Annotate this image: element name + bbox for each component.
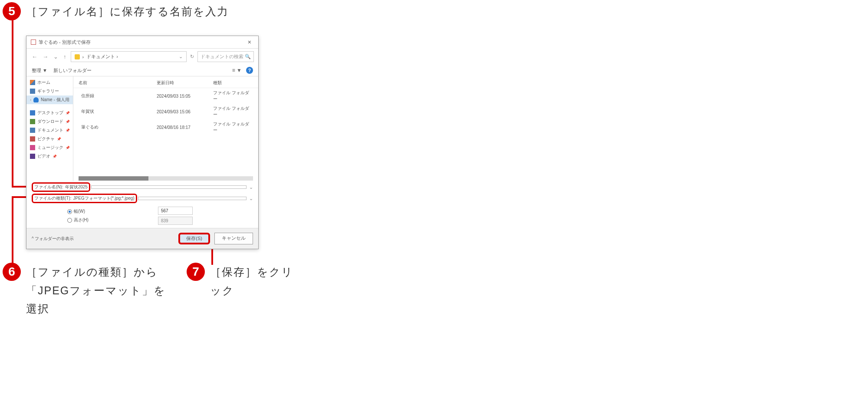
filetype-highlight: ファイルの種類(T): JPEGフォーマット(*.jpg;*.jpeg) <box>32 194 137 203</box>
sidebar-label: ホーム <box>37 79 50 86</box>
path-text: ドキュメント › <box>86 53 118 60</box>
list-item[interactable]: 住所録 2024/09/03 15:05 ファイル フォルダー <box>73 88 258 104</box>
dialog-footer: ^ フォルダーの非表示 保存(S) キャンセル <box>26 228 258 249</box>
path-box[interactable]: › ドキュメント › ⌄ <box>71 51 187 62</box>
documents-icon <box>30 128 35 133</box>
sidebar-item-downloads[interactable]: ダウンロード 📌 <box>26 117 73 126</box>
list-item[interactable]: 筆ぐるめ 2024/08/16 18:17 ファイル フォルダー <box>73 119 258 135</box>
file-type: ファイル フォルダー <box>213 90 253 102</box>
connector-5-vertical <box>12 20 13 187</box>
step-6-badge: 6 <box>3 263 21 281</box>
sidebar-item-gallery[interactable]: ギャラリー <box>26 87 73 96</box>
sidebar-item-desktop[interactable]: デスクトップ 📌 <box>26 109 73 117</box>
desktop-icon <box>30 110 35 115</box>
sidebar-item-pictures[interactable]: ピクチャ 📌 <box>26 135 73 143</box>
download-icon <box>30 119 35 124</box>
folder-icon <box>75 54 80 59</box>
width-input[interactable]: 567 <box>158 207 193 215</box>
pin-icon: 📌 <box>66 129 70 132</box>
cloud-icon <box>33 97 39 102</box>
forward-icon[interactable]: → <box>42 53 49 60</box>
gallery-icon <box>30 89 35 94</box>
filename-row: ファイル名(N): 年賀状2025 ⌄ <box>32 182 253 192</box>
filename-input[interactable] <box>91 185 247 189</box>
col-type[interactable]: 種類 <box>213 80 253 86</box>
search-placeholder: ドキュメントの検索 <box>201 53 243 60</box>
search-input[interactable]: ドキュメントの検索 🔍 <box>197 51 254 62</box>
step-7-badge: 7 <box>187 263 205 281</box>
video-icon <box>30 154 35 159</box>
organize-button[interactable]: 整理 ▼ <box>32 67 47 74</box>
pin-icon: 📌 <box>53 155 57 158</box>
app-icon <box>31 40 36 45</box>
sidebar-label: デスクトップ <box>37 110 63 116</box>
height-input: 839 <box>158 217 193 225</box>
pin-icon: 📌 <box>66 146 70 150</box>
up-icon[interactable]: ↑ <box>62 53 67 60</box>
pin-icon: 📌 <box>57 137 61 141</box>
filename-value: 年賀状2025 <box>65 184 88 190</box>
chevron-right-icon: › <box>30 98 31 102</box>
radio-off-icon <box>67 218 72 223</box>
help-icon[interactable]: ? <box>246 67 253 74</box>
pictures-icon <box>30 136 35 142</box>
sidebar-label: ドキュメント <box>37 127 63 133</box>
step-6-text: ［ファイルの種類］から「JPEGフォーマット」を選択 <box>26 263 168 318</box>
sidebar-item-videos[interactable]: ビデオ 📌 <box>26 152 73 161</box>
sidebar-item-onedrive[interactable]: › Name - 個人用 <box>26 96 73 104</box>
file-date: 2024/08/16 18:17 <box>157 125 213 130</box>
back-icon[interactable]: ← <box>31 53 38 60</box>
save-dialog: 筆ぐるめ - 別形式で保存 × ← → ⌄ ↑ › ドキュメント › ⌄ ↻ ド… <box>26 36 259 249</box>
col-name[interactable]: 名前 <box>79 80 157 86</box>
refresh-icon[interactable]: ↻ <box>190 54 194 59</box>
step-6: 6 ［ファイルの種類］から「JPEGフォーマット」を選択 <box>3 263 168 318</box>
recent-icon[interactable]: ⌄ <box>53 53 59 60</box>
search-icon: 🔍 <box>245 54 251 59</box>
filetype-select[interactable] <box>138 197 247 200</box>
filetype-row: ファイルの種類(T): JPEGフォーマット(*.jpg;*.jpeg) ⌄ <box>32 194 253 203</box>
file-list: 名前 更新日時 種類 住所録 2024/09/03 15:05 ファイル フォル… <box>73 76 258 181</box>
dimension-row: 幅(W) 高さ(H) 567 839 <box>32 205 253 227</box>
body-area: ホーム ギャラリー › Name - 個人用 デスクトップ 📌 ダウンロード 📌 <box>26 76 258 181</box>
save-button[interactable]: 保存(S) <box>178 233 210 244</box>
path-prefix: › <box>82 54 84 59</box>
sidebar-label: ダウンロード <box>37 119 63 125</box>
filetype-dropdown-icon[interactable]: ⌄ <box>249 196 253 201</box>
list-header: 名前 更新日時 種類 <box>73 78 258 88</box>
radio-on-icon <box>67 209 72 214</box>
file-date: 2024/09/03 15:06 <box>157 109 213 114</box>
sidebar-label: ギャラリー <box>37 88 59 94</box>
hide-folders-toggle[interactable]: ^ フォルダーの非表示 <box>32 236 74 242</box>
sidebar-label: ミュージック <box>37 145 63 151</box>
filetype-value: JPEGフォーマット(*.jpg;*.jpeg) <box>73 195 135 201</box>
col-date[interactable]: 更新日時 <box>157 80 213 86</box>
sidebar-label: ビデオ <box>37 153 50 159</box>
sidebar-label: Name - 個人用 <box>41 97 69 103</box>
file-name: 筆ぐるめ <box>81 125 99 129</box>
dialog-title: 筆ぐるめ - 別形式で保存 <box>39 39 91 46</box>
filename-label: ファイル名(N): <box>34 184 63 190</box>
sidebar-item-home[interactable]: ホーム <box>26 78 73 87</box>
new-folder-button[interactable]: 新しいフォルダー <box>53 67 92 74</box>
sidebar-item-documents[interactable]: ドキュメント 📌 <box>26 126 73 135</box>
step-7-text: ［保存］をクリック <box>210 263 299 300</box>
pin-icon: 📌 <box>66 120 70 124</box>
step-5-badge: 5 <box>3 2 21 20</box>
filetype-label: ファイルの種類(T): <box>34 195 72 201</box>
view-mode-button[interactable]: ≡ ▼ <box>232 67 242 73</box>
path-dropdown-icon[interactable]: ⌄ <box>179 54 183 59</box>
height-radio[interactable]: 高さ(H) <box>67 217 89 223</box>
sidebar-item-music[interactable]: ミュージック 📌 <box>26 143 73 152</box>
horizontal-scrollbar[interactable] <box>79 176 253 181</box>
step-5: 5 ［ファイル名］に保存する名前を入力 <box>3 2 229 21</box>
toolbar: 整理 ▼ 新しいフォルダー ≡ ▼ ? <box>26 65 258 76</box>
filename-dropdown-icon[interactable]: ⌄ <box>249 185 253 190</box>
step-7: 7 ［保存］をクリック <box>187 263 299 300</box>
titlebar: 筆ぐるめ - 別形式で保存 × <box>26 36 258 49</box>
list-item[interactable]: 年賀状 2024/09/03 15:06 ファイル フォルダー <box>73 104 258 119</box>
width-radio[interactable]: 幅(W) <box>67 208 89 214</box>
cancel-button[interactable]: キャンセル <box>214 233 253 244</box>
file-type: ファイル フォルダー <box>213 105 253 118</box>
sidebar: ホーム ギャラリー › Name - 個人用 デスクトップ 📌 ダウンロード 📌 <box>26 76 73 181</box>
close-icon[interactable]: × <box>245 39 254 46</box>
